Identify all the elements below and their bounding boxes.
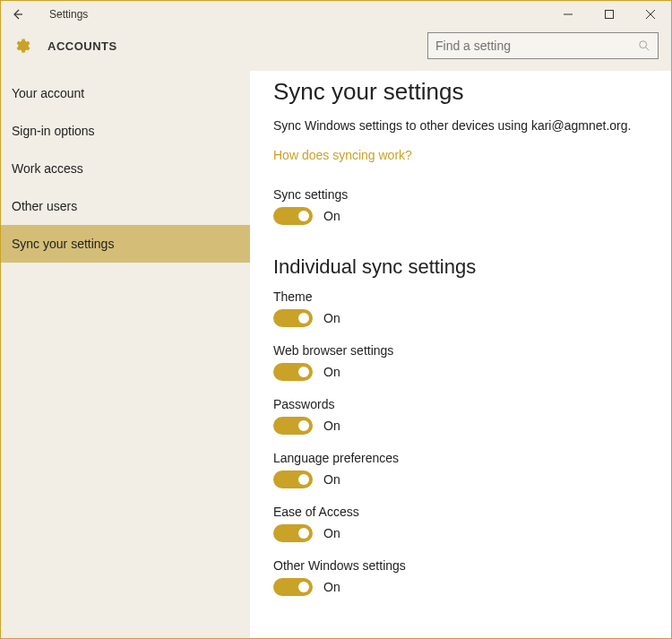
window-controls (547, 1, 671, 28)
sidebar-item-sync-settings[interactable]: Sync your settings (1, 225, 250, 263)
minimize-icon (564, 10, 573, 19)
language-toggle-row: On (273, 471, 644, 488)
sidebar-item-label: Work access (12, 161, 83, 176)
maximize-icon (605, 10, 614, 19)
page-description: Sync Windows settings to other devices u… (273, 118, 644, 133)
sidebar-item-other-users[interactable]: Other users (1, 187, 250, 225)
sidebar-item-label: Sign-in options (12, 124, 95, 138)
back-button[interactable] (1, 1, 33, 28)
svg-rect-0 (606, 11, 614, 19)
passwords-state: On (323, 419, 340, 433)
other-windows-toggle[interactable] (273, 578, 313, 596)
sync-settings-label: Sync settings (273, 187, 644, 202)
sidebar-item-label: Other users (12, 199, 77, 213)
header: ACCOUNTS (1, 28, 671, 71)
other-windows-state: On (323, 580, 340, 594)
sidebar-item-work-access[interactable]: Work access (1, 150, 250, 187)
ease-of-access-label: Ease of Access (273, 505, 644, 519)
other-windows-label: Other Windows settings (273, 558, 644, 573)
theme-state: On (323, 311, 340, 325)
theme-toggle[interactable] (273, 309, 313, 327)
passwords-label: Passwords (273, 397, 644, 411)
search-input[interactable] (435, 39, 638, 53)
search-icon (638, 39, 650, 52)
page-heading: Sync your settings (273, 78, 644, 106)
svg-point-1 (640, 41, 647, 48)
theme-toggle-row: On (273, 309, 644, 327)
individual-heading: Individual sync settings (273, 255, 644, 279)
search-box[interactable] (427, 32, 659, 59)
language-state: On (323, 472, 340, 487)
toggle-thumb (298, 367, 309, 377)
arrow-left-icon (11, 8, 23, 21)
web-browser-state: On (323, 365, 340, 379)
toggle-thumb (298, 420, 309, 431)
toggle-thumb (298, 313, 309, 324)
web-browser-label: Web browser settings (273, 343, 644, 358)
content-area: Your account Sign-in options Work access… (1, 71, 671, 638)
toggle-thumb (298, 211, 309, 221)
web-browser-toggle[interactable] (273, 363, 313, 381)
passwords-toggle[interactable] (273, 417, 313, 435)
sidebar-item-label: Sync your settings (12, 237, 114, 251)
gear-icon (12, 36, 31, 56)
maximize-button[interactable] (589, 1, 630, 28)
toggle-thumb (298, 528, 309, 539)
sidebar: Your account Sign-in options Work access… (1, 71, 250, 638)
titlebar: Settings (1, 1, 671, 28)
passwords-toggle-row: On (273, 417, 644, 435)
other-windows-toggle-row: On (273, 578, 644, 596)
language-toggle[interactable] (273, 471, 313, 488)
sidebar-item-label: Your account (12, 86, 84, 100)
sync-settings-toggle-row: On (273, 207, 644, 225)
toggle-thumb (298, 474, 309, 485)
page-category-title: ACCOUNTS (47, 39, 117, 53)
close-icon (646, 10, 655, 19)
language-label: Language preferences (273, 451, 644, 465)
theme-label: Theme (273, 289, 644, 304)
window-title: Settings (33, 8, 88, 21)
sidebar-item-your-account[interactable]: Your account (1, 74, 250, 112)
ease-of-access-toggle-row: On (273, 524, 644, 542)
main-panel: Sync your settings Sync Windows settings… (250, 71, 671, 638)
sidebar-item-sign-in-options[interactable]: Sign-in options (1, 112, 250, 150)
toggle-thumb (298, 582, 309, 592)
ease-of-access-state: On (323, 526, 340, 540)
minimize-button[interactable] (547, 1, 589, 28)
close-button[interactable] (630, 1, 671, 28)
ease-of-access-toggle[interactable] (273, 524, 313, 542)
sync-settings-toggle[interactable] (273, 207, 313, 225)
how-syncing-works-link[interactable]: How does syncing work? (273, 148, 412, 162)
sync-settings-state: On (323, 209, 340, 223)
web-browser-toggle-row: On (273, 363, 644, 381)
